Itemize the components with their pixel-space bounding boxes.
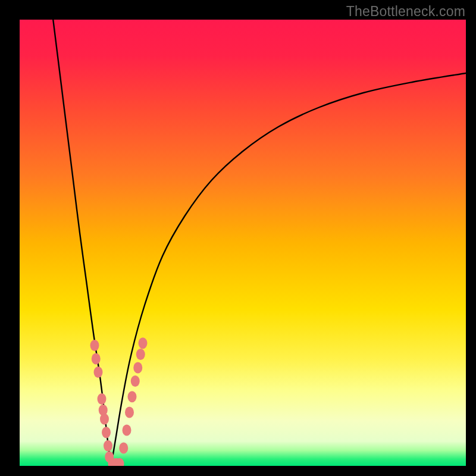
data-marker xyxy=(125,407,134,418)
plot-area xyxy=(20,20,466,466)
data-marker xyxy=(104,440,112,452)
marker-group xyxy=(90,337,148,466)
chart-svg xyxy=(20,20,466,466)
curve-right-branch xyxy=(111,73,466,466)
data-marker xyxy=(94,367,103,378)
data-marker xyxy=(131,375,140,387)
data-marker xyxy=(133,362,142,374)
data-marker xyxy=(102,427,111,438)
data-marker xyxy=(92,353,101,365)
data-marker xyxy=(123,425,131,436)
data-marker xyxy=(128,391,137,402)
data-marker xyxy=(90,340,99,351)
data-marker xyxy=(98,393,107,405)
data-marker xyxy=(139,337,148,349)
data-marker xyxy=(119,443,128,454)
data-marker xyxy=(100,414,109,425)
outer-frame: TheBottleneck.com xyxy=(0,0,476,476)
data-marker xyxy=(136,349,145,360)
watermark-text: TheBottleneck.com xyxy=(346,4,465,20)
